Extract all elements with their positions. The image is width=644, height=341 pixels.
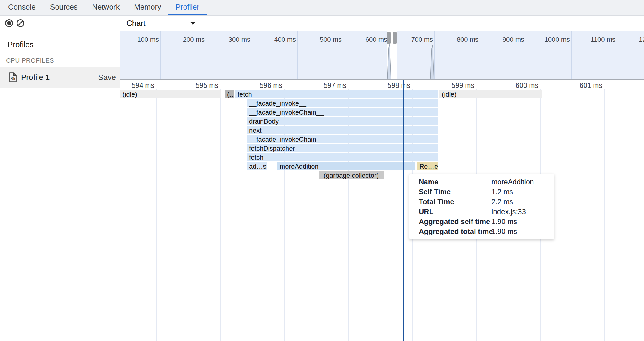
ruler-tick-label: 600 ms (490, 81, 538, 90)
overview-tick-label: 500 ms (293, 36, 342, 44)
cpu-profiles-section-header: CPU PROFILES (6, 57, 54, 64)
cpu-spike (387, 44, 391, 79)
ruler-tick-label: 597 ms (298, 81, 346, 90)
timeline-overview[interactable]: 100 ms 200 ms 300 ms 400 ms 500 ms 600 m… (120, 31, 644, 80)
tooltip-label: Name (409, 177, 491, 187)
tooltip-value: 1.90 ms (491, 226, 554, 236)
svg-text:%: % (11, 76, 15, 81)
overview-tick-label: 400 ms (248, 36, 296, 44)
gridline (156, 89, 157, 341)
flame-bar-drainbody[interactable]: drainBody (247, 117, 438, 125)
ruler-tick-label: 599 ms (426, 81, 474, 90)
flame-bar-tooltip: Name moreAddition Self Time 1.2 ms Total… (409, 174, 554, 239)
overview-tick-label: 200 ms (156, 36, 205, 44)
tooltip-value: 2.2 ms (491, 197, 554, 207)
gridline (220, 89, 221, 341)
tooltip-row: URL index.js:33 (409, 207, 554, 217)
view-mode-dropdown[interactable]: Chart (126, 16, 196, 31)
flame-bar-response[interactable]: Re…e (417, 162, 438, 170)
profile-document-icon: % (8, 72, 17, 84)
tab-console[interactable]: Console (1, 0, 43, 15)
flame-bar-facade-invoke[interactable]: __facade_invoke__ (247, 99, 438, 107)
tooltip-label: URL (409, 207, 491, 217)
tooltip-label: Aggregated total time (409, 226, 491, 236)
flame-bar-fetchdispatcher[interactable]: fetchDispatcher (247, 144, 438, 152)
tooltip-row: Total Time 2.2 ms (409, 197, 554, 207)
overview-tick-label: 1000 ms (522, 36, 570, 44)
record-icon[interactable] (5, 19, 13, 27)
profiler-toolbar: Chart (0, 16, 644, 31)
overview-tick-label: 100 ms (120, 36, 159, 44)
tooltip-value: 1.2 ms (491, 187, 554, 197)
gridline (604, 89, 605, 341)
overview-tick-label: 900 ms (476, 36, 524, 44)
tooltip-label: Total Time (409, 197, 491, 207)
tooltip-value: moreAddition (491, 177, 554, 187)
flame-bar-idle[interactable]: (idle) (120, 90, 221, 98)
tooltip-row: Aggregated total time 1.90 ms (409, 226, 554, 236)
flame-bar-addnumbers[interactable]: ad…s (247, 162, 267, 170)
flame-bar-idle[interactable]: (idle) (439, 90, 542, 98)
profiles-sidebar: Profiles CPU PROFILES % Profile 1 Save (0, 31, 120, 341)
profiler-main-panel: 100 ms 200 ms 300 ms 400 ms 500 ms 600 m… (120, 31, 644, 341)
flame-bar-truncated[interactable]: (… (225, 90, 234, 98)
overview-tick-label: 300 ms (202, 36, 250, 44)
devtools-tab-bar: Console Sources Network Memory Profiler (0, 0, 644, 16)
tab-profiler[interactable]: Profiler (168, 0, 206, 15)
tooltip-label: Aggregated self time (409, 217, 491, 226)
profile-list-item[interactable]: % Profile 1 Save (0, 67, 120, 88)
clear-icon[interactable] (17, 19, 24, 27)
overview-tick-label: 12 (639, 36, 644, 44)
time-cursor-line[interactable] (403, 80, 404, 341)
flame-bar-fetch[interactable]: fetch (235, 90, 438, 98)
tab-network[interactable]: Network (85, 0, 127, 15)
selection-left-handle[interactable] (387, 32, 391, 44)
tooltip-row: Aggregated self time 1.90 ms (409, 217, 554, 226)
flame-chart[interactable]: 594 ms 595 ms 596 ms 597 ms 598 ms 599 m… (120, 80, 644, 341)
tooltip-label: Self Time (409, 187, 491, 197)
view-mode-label: Chart (126, 19, 146, 28)
dropdown-arrow-icon (190, 22, 196, 25)
flame-bar-fetch[interactable]: fetch (247, 153, 438, 161)
gridline (617, 31, 617, 79)
overview-tick-label: 600 ms (339, 36, 387, 44)
sidebar-title: Profiles (8, 40, 34, 49)
save-profile-link[interactable]: Save (98, 73, 116, 82)
tooltip-row: Name moreAddition (409, 177, 554, 187)
flame-bar-garbage-collector[interactable]: (garbage collector) (319, 171, 384, 179)
flame-bar-facade-invokechain[interactable]: __facade_invokeChain__ (247, 108, 438, 116)
flame-bar-facade-invokechain[interactable]: __facade_invokeChain__ (247, 135, 438, 143)
ruler-tick-label: 594 ms (120, 81, 154, 90)
tab-sources[interactable]: Sources (43, 0, 85, 15)
overview-tick-label: 800 ms (430, 36, 478, 44)
tooltip-value: 1.90 ms (491, 217, 554, 226)
flame-bar-moreaddition[interactable]: moreAddition (277, 162, 415, 170)
ruler-tick-label: 601 ms (554, 81, 602, 90)
profile-name: Profile 1 (21, 73, 50, 82)
overview-tick-label: 1100 ms (567, 36, 615, 44)
flame-bar-next[interactable]: next (247, 126, 438, 134)
ruler-tick-label: 595 ms (170, 81, 218, 90)
tooltip-value: index.js:33 (491, 207, 554, 217)
tooltip-row: Self Time 1.2 ms (409, 187, 554, 197)
selection-right-handle[interactable] (393, 32, 397, 44)
tab-memory[interactable]: Memory (127, 0, 168, 15)
cpu-spike (430, 45, 434, 79)
ruler-tick-label: 596 ms (234, 81, 282, 90)
